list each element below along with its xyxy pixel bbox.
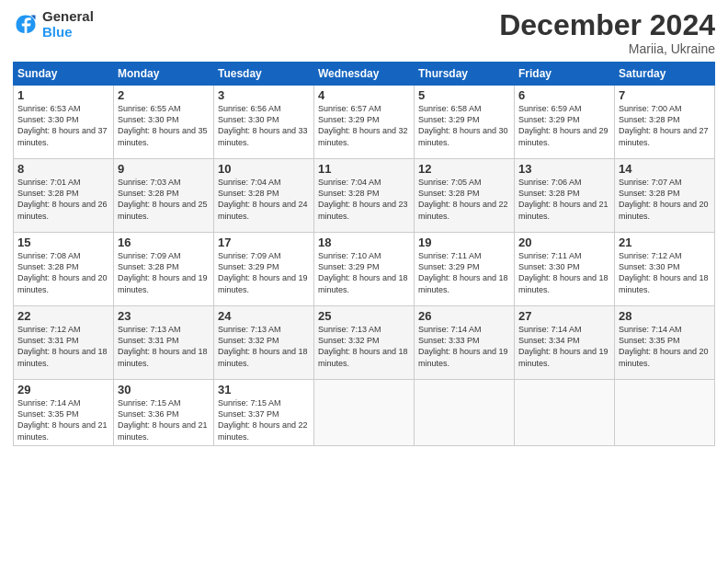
logo-icon: [13, 12, 39, 38]
header-wednesday: Wednesday: [314, 63, 415, 86]
header-friday: Friday: [515, 63, 615, 86]
day-info: Sunrise: 7:14 AMSunset: 3:35 PMDaylight:…: [619, 325, 709, 367]
day-info: Sunrise: 7:03 AMSunset: 3:28 PMDaylight:…: [118, 178, 208, 220]
day-info: Sunrise: 6:53 AMSunset: 3:30 PMDaylight:…: [17, 104, 108, 146]
day-number: 28: [619, 309, 711, 323]
location-subtitle: Mariia, Ukraine: [499, 41, 715, 56]
day-number: 19: [418, 236, 510, 249]
day-info: Sunrise: 7:13 AMSunset: 3:32 PMDaylight:…: [318, 325, 408, 367]
header-thursday: Thursday: [415, 63, 515, 86]
calendar-cell: 13 Sunrise: 7:06 AMSunset: 3:28 PMDaylig…: [515, 159, 615, 233]
calendar-cell: 24 Sunrise: 7:13 AMSunset: 3:32 PMDaylig…: [214, 306, 314, 380]
calendar-cell: 17 Sunrise: 7:09 AMSunset: 3:29 PMDaylig…: [214, 233, 314, 306]
logo: General Blue: [13, 9, 94, 40]
week-row-2: 8 Sunrise: 7:01 AMSunset: 3:28 PMDayligh…: [14, 159, 715, 233]
calendar-cell: 12 Sunrise: 7:05 AMSunset: 3:28 PMDaylig…: [415, 159, 515, 233]
day-number: 20: [518, 236, 610, 249]
day-number: 15: [17, 236, 109, 249]
logo-general-text: General: [42, 9, 94, 25]
header-row: SundayMondayTuesdayWednesdayThursdayFrid…: [14, 63, 715, 86]
day-number: 21: [619, 236, 711, 249]
calendar-cell: 28 Sunrise: 7:14 AMSunset: 3:35 PMDaylig…: [615, 306, 715, 380]
logo-blue-text: Blue: [42, 25, 94, 40]
day-info: Sunrise: 7:13 AMSunset: 3:32 PMDaylight:…: [218, 325, 308, 367]
calendar-cell: 15 Sunrise: 7:08 AMSunset: 3:28 PMDaylig…: [14, 233, 114, 306]
calendar-cell: 25 Sunrise: 7:13 AMSunset: 3:32 PMDaylig…: [314, 306, 415, 380]
header-tuesday: Tuesday: [214, 63, 314, 86]
day-number: 30: [118, 383, 210, 396]
week-row-4: 22 Sunrise: 7:12 AMSunset: 3:31 PMDaylig…: [14, 306, 715, 380]
calendar-cell: [415, 380, 515, 446]
calendar-cell: 19 Sunrise: 7:11 AMSunset: 3:29 PMDaylig…: [415, 233, 515, 306]
day-number: 16: [118, 236, 210, 249]
calendar-cell: 5 Sunrise: 6:58 AMSunset: 3:29 PMDayligh…: [415, 86, 515, 159]
day-number: 31: [218, 383, 310, 396]
week-row-1: 1 Sunrise: 6:53 AMSunset: 3:30 PMDayligh…: [14, 86, 715, 159]
week-row-3: 15 Sunrise: 7:08 AMSunset: 3:28 PMDaylig…: [14, 233, 715, 306]
day-number: 7: [619, 88, 711, 102]
day-number: 17: [218, 236, 310, 249]
calendar-cell: 3 Sunrise: 6:56 AMSunset: 3:30 PMDayligh…: [214, 86, 314, 159]
day-info: Sunrise: 7:12 AMSunset: 3:30 PMDaylight:…: [619, 251, 709, 293]
day-info: Sunrise: 7:12 AMSunset: 3:31 PMDaylight:…: [17, 325, 108, 367]
day-info: Sunrise: 7:04 AMSunset: 3:28 PMDaylight:…: [318, 178, 408, 220]
header-monday: Monday: [114, 63, 214, 86]
day-number: 22: [17, 309, 109, 323]
day-number: 26: [418, 309, 510, 323]
day-info: Sunrise: 6:58 AMSunset: 3:29 PMDaylight:…: [418, 104, 508, 146]
day-info: Sunrise: 7:01 AMSunset: 3:28 PMDaylight:…: [17, 178, 108, 220]
day-number: 6: [518, 88, 610, 102]
day-number: 3: [218, 88, 310, 102]
day-info: Sunrise: 7:11 AMSunset: 3:29 PMDaylight:…: [418, 251, 508, 293]
day-number: 4: [318, 88, 410, 102]
calendar-cell: [314, 380, 415, 446]
day-info: Sunrise: 6:57 AMSunset: 3:29 PMDaylight:…: [318, 104, 408, 146]
calendar-cell: 23 Sunrise: 7:13 AMSunset: 3:31 PMDaylig…: [114, 306, 214, 380]
calendar-cell: [515, 380, 615, 446]
day-number: 10: [218, 162, 310, 176]
calendar-cell: 8 Sunrise: 7:01 AMSunset: 3:28 PMDayligh…: [14, 159, 114, 233]
day-number: 12: [418, 162, 510, 176]
month-title: December 2024: [499, 9, 715, 41]
calendar-cell: 26 Sunrise: 7:14 AMSunset: 3:33 PMDaylig…: [415, 306, 515, 380]
day-info: Sunrise: 7:14 AMSunset: 3:33 PMDaylight:…: [418, 325, 508, 367]
day-number: 24: [218, 309, 310, 323]
calendar-cell: 14 Sunrise: 7:07 AMSunset: 3:28 PMDaylig…: [615, 159, 715, 233]
day-number: 29: [17, 383, 109, 396]
calendar-cell: 6 Sunrise: 6:59 AMSunset: 3:29 PMDayligh…: [515, 86, 615, 159]
calendar-cell: 20 Sunrise: 7:11 AMSunset: 3:30 PMDaylig…: [515, 233, 615, 306]
day-info: Sunrise: 7:11 AMSunset: 3:30 PMDaylight:…: [518, 251, 609, 293]
day-info: Sunrise: 7:10 AMSunset: 3:29 PMDaylight:…: [318, 251, 408, 293]
day-info: Sunrise: 6:55 AMSunset: 3:30 PMDaylight:…: [118, 104, 208, 146]
day-info: Sunrise: 7:15 AMSunset: 3:36 PMDaylight:…: [118, 398, 208, 441]
calendar-cell: 31 Sunrise: 7:15 AMSunset: 3:37 PMDaylig…: [214, 380, 314, 446]
calendar-cell: 10 Sunrise: 7:04 AMSunset: 3:28 PMDaylig…: [214, 159, 314, 233]
day-info: Sunrise: 7:09 AMSunset: 3:29 PMDaylight:…: [218, 251, 308, 293]
day-info: Sunrise: 6:59 AMSunset: 3:29 PMDaylight:…: [518, 104, 609, 146]
day-number: 13: [518, 162, 610, 176]
day-info: Sunrise: 7:08 AMSunset: 3:28 PMDaylight:…: [17, 251, 108, 293]
header-sunday: Sunday: [14, 63, 114, 86]
day-number: 1: [17, 88, 109, 102]
day-info: Sunrise: 7:00 AMSunset: 3:28 PMDaylight:…: [619, 104, 709, 146]
header: General Blue December 2024 Mariia, Ukrai…: [13, 9, 715, 56]
day-number: 23: [118, 309, 210, 323]
day-number: 14: [619, 162, 711, 176]
day-number: 11: [318, 162, 410, 176]
logo-text: General Blue: [42, 9, 94, 40]
day-number: 8: [17, 162, 109, 176]
calendar-cell: 16 Sunrise: 7:09 AMSunset: 3:28 PMDaylig…: [114, 233, 214, 306]
header-saturday: Saturday: [615, 63, 715, 86]
day-number: 25: [318, 309, 410, 323]
title-area: December 2024 Mariia, Ukraine: [499, 9, 715, 56]
day-info: Sunrise: 7:05 AMSunset: 3:28 PMDaylight:…: [418, 178, 508, 220]
day-number: 18: [318, 236, 410, 249]
calendar-cell: 29 Sunrise: 7:14 AMSunset: 3:35 PMDaylig…: [14, 380, 114, 446]
calendar-cell: 30 Sunrise: 7:15 AMSunset: 3:36 PMDaylig…: [114, 380, 214, 446]
page: General Blue December 2024 Mariia, Ukrai…: [0, 0, 728, 563]
day-info: Sunrise: 7:09 AMSunset: 3:28 PMDaylight:…: [118, 251, 208, 293]
day-info: Sunrise: 7:06 AMSunset: 3:28 PMDaylight:…: [518, 178, 609, 220]
calendar-cell: 27 Sunrise: 7:14 AMSunset: 3:34 PMDaylig…: [515, 306, 615, 380]
day-info: Sunrise: 7:15 AMSunset: 3:37 PMDaylight:…: [218, 398, 308, 441]
day-info: Sunrise: 7:14 AMSunset: 3:34 PMDaylight:…: [518, 325, 609, 367]
